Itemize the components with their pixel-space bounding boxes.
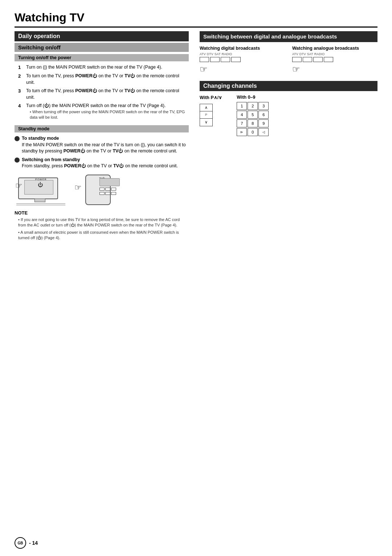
- note-2: A small amount of electric power is stil…: [15, 230, 189, 241]
- page-number: - 14: [29, 540, 38, 546]
- radio-label-d: RADIO: [222, 52, 232, 56]
- note-title: NOTE: [15, 210, 189, 216]
- tv-body: POWER ⏻: [18, 177, 58, 199]
- step-num-3: 3: [18, 88, 25, 101]
- radio-label-a: RADIO: [314, 52, 325, 56]
- step-text-4: Turn off (⏻) the MAIN POWER switch on th…: [26, 103, 189, 109]
- step-4-sub: When turning off the power using the MAI…: [30, 109, 189, 120]
- remote-btn-1: [99, 188, 105, 191]
- step-text-3: To turn off the TV, press POWER⏻ on the …: [26, 88, 189, 101]
- analogue-atv-bar: ATV DTV SAT RADIO: [292, 52, 377, 56]
- radio-btn-a[interactable]: [324, 57, 333, 62]
- page-title: Watching TV: [15, 11, 377, 28]
- atv-btn-a[interactable]: [292, 57, 302, 62]
- dtv-btn-d[interactable]: [210, 57, 220, 62]
- channels-nav: With P∧/∨ ∧ P ∨ With 0–9 1 2: [200, 95, 377, 136]
- to-standby-text: If the MAIN POWER switch on the rear of …: [22, 142, 189, 155]
- key-prev[interactable]: ⊳: [237, 128, 247, 136]
- key-next[interactable]: ◁: [258, 128, 269, 136]
- daily-operation-header: Daily operation: [15, 31, 189, 41]
- p-center: P: [200, 111, 212, 119]
- radio-btn-d[interactable]: [231, 57, 241, 62]
- note-section: NOTE If you are not going to use this TV…: [15, 210, 189, 241]
- sat-btn-d[interactable]: [221, 57, 230, 62]
- key-8[interactable]: 8: [248, 119, 258, 127]
- digital-label: Watching digital broadcasts: [200, 46, 285, 51]
- digital-buttons: [200, 57, 285, 62]
- switching-standby-section: Switching on from standby From standby, …: [15, 157, 189, 169]
- sat-label-d: SAT: [215, 52, 221, 56]
- gb-badge: GB: [15, 537, 26, 549]
- analogue-hand-icon: ☞: [292, 64, 377, 74]
- atv-btn-d[interactable]: [200, 57, 209, 62]
- step-num-2: 2: [18, 73, 25, 86]
- switching-standby-bullet: [15, 158, 20, 163]
- power-hand-icon: ☞: [15, 181, 23, 191]
- to-standby-bullet: [15, 136, 20, 141]
- key-2[interactable]: 2: [248, 102, 258, 110]
- step-num-4: 4: [18, 103, 25, 122]
- dtv-label-d: DTV: [207, 52, 213, 56]
- key-5[interactable]: 5: [248, 111, 258, 119]
- to-standby-section: To standby mode If the MAIN POWER switch…: [15, 135, 189, 155]
- remote-btn-5: [105, 192, 110, 195]
- power-label: POWER: [35, 178, 46, 181]
- step-text-2: To turn on the TV, press POWER⏻ on the T…: [26, 73, 189, 86]
- remote-body: TV⏻: [85, 175, 111, 205]
- key-7[interactable]: 7: [237, 119, 247, 127]
- step-1: 1 Turn on (|) the MAIN POWER switch on t…: [18, 64, 189, 71]
- analogue-col: Watching analogue broadcasts ATV DTV SAT…: [292, 46, 377, 74]
- remote-btn-3: [111, 188, 116, 191]
- switching-standby-text: From standby, press POWER⏻ on the TV or …: [22, 163, 178, 169]
- step-2: 2 To turn on the TV, press POWER⏻ on the…: [18, 73, 189, 86]
- turning-power-header: Turning on/off the power: [15, 54, 189, 61]
- dtv-btn-a[interactable]: [303, 57, 312, 62]
- key-1[interactable]: 1: [237, 102, 247, 110]
- analogue-label: Watching analogue broadcasts: [292, 46, 377, 51]
- switching-onoff-header: Switching on/off: [15, 43, 189, 52]
- atv-label-a: ATV: [292, 52, 298, 56]
- p-nav-control[interactable]: ∧ P ∨: [200, 104, 213, 126]
- num-grid[interactable]: 1 2 3 4 5 6 7 8 9 ⊳ 0 ◁: [237, 102, 269, 136]
- p-nav-col: With P∧/∨ ∧ P ∨: [200, 95, 222, 136]
- power-symbol: ⏻: [38, 182, 43, 188]
- step-num-1: 1: [18, 64, 25, 71]
- left-column: Daily operation Switching on/off Turning…: [15, 31, 189, 242]
- atv-label-d: ATV: [200, 52, 206, 56]
- step-text-1: Turn on (|) the MAIN POWER switch on the…: [26, 64, 162, 71]
- right-column: Switching between digital and analogue b…: [200, 31, 377, 242]
- remote-hand-icon: ☞: [74, 183, 82, 192]
- tv-power-image: POWER ⏻ ☞: [15, 174, 67, 206]
- switching-standby-title: Switching on from standby: [22, 157, 178, 163]
- sat-btn-a[interactable]: [313, 57, 323, 62]
- standby-header: Standby mode: [15, 125, 189, 132]
- remote-bottom-buttons: [99, 192, 116, 195]
- p-down-btn[interactable]: ∨: [200, 119, 212, 126]
- steps-list: 1 Turn on (|) the MAIN POWER switch on t…: [15, 64, 189, 122]
- num-pad-col: With 0–9 1 2 3 4 5 6 7 8 9 ⊳ 0 ◁: [237, 95, 269, 136]
- remote-btn-6: [111, 192, 116, 195]
- analogue-buttons: [292, 57, 377, 62]
- key-0[interactable]: 0: [248, 128, 258, 136]
- footer: GB - 14: [0, 537, 392, 549]
- key-6[interactable]: 6: [258, 111, 269, 119]
- dtv-label-a: DTV: [299, 52, 306, 56]
- remote-btn-2: [105, 188, 110, 191]
- with-09-label: With 0–9: [237, 95, 269, 100]
- key-3[interactable]: 3: [258, 102, 269, 110]
- changing-channels-header: Changing channels: [200, 81, 377, 91]
- key-9[interactable]: 9: [258, 119, 269, 127]
- key-4[interactable]: 4: [237, 111, 247, 119]
- sat-label-a: SAT: [307, 52, 313, 56]
- tv-stand-lines: [15, 201, 67, 206]
- broadcast-row: Watching digital broadcasts ATV DTV SAT …: [200, 46, 377, 74]
- remote-btn-4: [99, 192, 105, 195]
- p-up-btn[interactable]: ∧: [200, 104, 212, 111]
- remote-image: TV⏻ ☞: [74, 174, 122, 206]
- switching-broadcasts-header: Switching between digital and analogue b…: [200, 31, 377, 42]
- device-images: POWER ⏻ ☞ TV⏻: [15, 174, 189, 206]
- step-3: 3 To turn off the TV, press POWER⏻ on th…: [18, 88, 189, 101]
- digital-hand-icon: ☞: [200, 64, 285, 74]
- step-4: 4 Turn off (⏻) the MAIN POWER switch on …: [18, 103, 189, 122]
- digital-col: Watching digital broadcasts ATV DTV SAT …: [200, 46, 285, 74]
